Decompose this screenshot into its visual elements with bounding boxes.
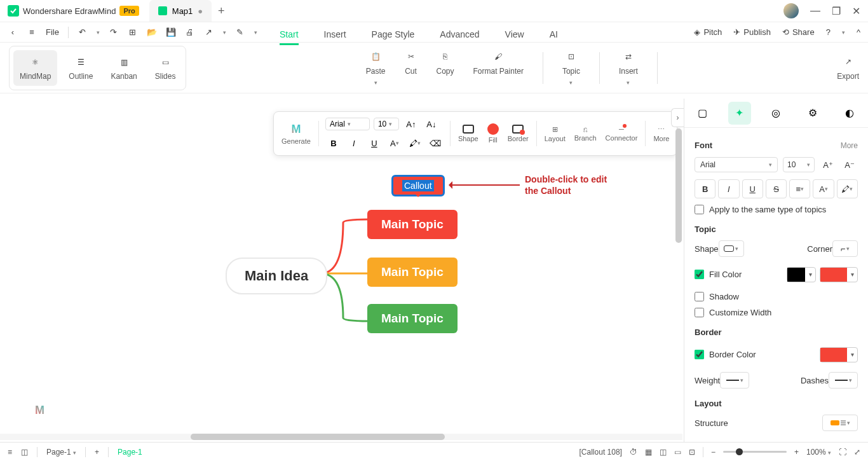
- view-icon-2[interactable]: ▭: [674, 448, 681, 457]
- panel-bold[interactable]: B: [695, 179, 715, 198]
- panel-underline[interactable]: U: [742, 179, 763, 198]
- topic-node-3[interactable]: Main Topic: [367, 304, 458, 333]
- panel-toggle[interactable]: ◫: [21, 448, 28, 457]
- structure-select[interactable]: ▾: [822, 415, 858, 431]
- font-size-select[interactable]: 10▾: [374, 118, 399, 130]
- panel-italic[interactable]: I: [718, 179, 739, 198]
- export-ribbon-button[interactable]: ↗Export: [837, 55, 859, 81]
- panel-decrease-font[interactable]: A⁻: [841, 156, 858, 173]
- copy-button[interactable]: ⎘Copy: [437, 50, 454, 86]
- font-family-select[interactable]: Arial▾: [325, 118, 370, 130]
- avatar[interactable]: [783, 3, 799, 18]
- fill-color-check[interactable]: Fill Color: [695, 270, 742, 279]
- callout-node[interactable]: Callout: [391, 175, 445, 196]
- topic-node-2[interactable]: Main Topic: [367, 258, 458, 287]
- panel-collapse-button[interactable]: ›: [671, 108, 684, 127]
- apply-same-check[interactable]: Apply to the same type of topics: [695, 205, 858, 214]
- panel-tab-settings[interactable]: ⚙: [801, 102, 824, 125]
- fill-color-select[interactable]: ▾: [820, 267, 858, 282]
- redo-button[interactable]: ↷: [109, 27, 119, 38]
- zoom-value[interactable]: 100% ▾: [806, 448, 831, 457]
- publish-button[interactable]: ✈Publish: [733, 27, 771, 37]
- panel-strike[interactable]: S: [766, 179, 787, 198]
- grid-icon[interactable]: ▦: [645, 448, 652, 457]
- menu-icon[interactable]: ≡: [27, 27, 37, 38]
- border-button[interactable]: Border: [504, 125, 532, 142]
- increase-font-button[interactable]: A↑: [403, 116, 419, 132]
- shadow-check[interactable]: Shadow: [695, 292, 858, 301]
- clear-format-button[interactable]: ⌫: [427, 135, 444, 151]
- save-button[interactable]: 💾: [166, 27, 176, 38]
- format-painter-button[interactable]: 🖌Format Painter: [473, 50, 524, 86]
- font-more[interactable]: More: [841, 141, 858, 150]
- paste-button[interactable]: 📋Paste▾: [366, 50, 386, 86]
- file-menu[interactable]: File: [46, 27, 59, 37]
- panel-font-size[interactable]: 10▾: [783, 157, 815, 172]
- active-page[interactable]: Page-1: [118, 448, 142, 457]
- shape-button[interactable]: Shape: [454, 125, 482, 142]
- tab-insert[interactable]: Insert: [324, 25, 346, 45]
- layout-button[interactable]: ⊞Layout: [541, 125, 569, 142]
- view-mindmap[interactable]: ⚛MindMap: [13, 50, 57, 86]
- panel-tab-style[interactable]: ✦: [728, 102, 751, 125]
- view-kanban[interactable]: ▥Kanban: [104, 50, 143, 86]
- collapse-ribbon-button[interactable]: ^: [857, 27, 860, 37]
- border-color-select[interactable]: ▾: [820, 347, 858, 362]
- focus-icon[interactable]: ⊡: [689, 448, 695, 457]
- tab-start[interactable]: Start: [280, 25, 299, 45]
- back-button[interactable]: ‹: [8, 27, 18, 38]
- weight-select[interactable]: ▾: [720, 372, 749, 389]
- insert-button[interactable]: ⇄Insert▾: [619, 50, 638, 86]
- font-color-button[interactable]: A▾: [386, 135, 403, 151]
- fit-icon[interactable]: ⛶: [839, 448, 846, 457]
- zoom-slider[interactable]: [723, 451, 787, 453]
- topic-button[interactable]: ⊡Topic▾: [562, 50, 580, 86]
- tab-view[interactable]: View: [505, 25, 524, 45]
- add-page-button[interactable]: +: [95, 448, 99, 457]
- export-button[interactable]: ↗: [204, 27, 214, 38]
- tab-page-style[interactable]: Page Style: [372, 25, 415, 45]
- new-tab-button[interactable]: +: [212, 4, 231, 18]
- panel-tab-outline[interactable]: ▢: [691, 102, 714, 125]
- panel-font-family[interactable]: Arial▾: [695, 157, 778, 172]
- panel-highlight[interactable]: 🖍▾: [837, 179, 858, 198]
- bold-button[interactable]: B: [325, 135, 342, 151]
- close-button[interactable]: ✕: [852, 5, 860, 17]
- panel-tab-history[interactable]: ◐: [838, 102, 861, 125]
- doc-tab[interactable]: Map1 ●: [149, 0, 212, 22]
- new-button[interactable]: ⊞: [128, 27, 138, 38]
- highlight-button[interactable]: 🖍▾: [407, 135, 423, 151]
- timer-icon[interactable]: ⏱: [630, 448, 637, 457]
- share-button[interactable]: ⟲Share: [782, 27, 815, 37]
- main-idea-node[interactable]: Main Idea: [226, 258, 327, 294]
- cut-button[interactable]: ✂Cut: [405, 50, 417, 86]
- fill-mode-select[interactable]: ▾: [787, 267, 816, 282]
- outline-toggle[interactable]: ≡: [8, 448, 12, 457]
- shape-select[interactable]: ▾: [719, 240, 744, 257]
- view-icon-1[interactable]: ◫: [660, 448, 667, 457]
- undo-button[interactable]: ↶: [78, 27, 88, 38]
- minimize-button[interactable]: —: [810, 5, 820, 17]
- fullscreen-icon[interactable]: ⤢: [854, 448, 860, 457]
- panel-tab-map[interactable]: ◎: [764, 102, 787, 125]
- maximize-button[interactable]: ❐: [832, 5, 841, 17]
- customize-width-check[interactable]: Customize Width: [695, 308, 858, 317]
- panel-font-color[interactable]: A▾: [813, 179, 834, 198]
- panel-align[interactable]: ≡▾: [789, 179, 810, 198]
- generate-button[interactable]: M Generate: [278, 123, 315, 145]
- branch-button[interactable]: ⎌Branch: [571, 125, 600, 142]
- more-button[interactable]: ⋯More: [649, 125, 673, 142]
- print-button[interactable]: 🖨: [185, 27, 195, 38]
- pitch-button[interactable]: ◈Pitch: [694, 27, 722, 37]
- corner-select[interactable]: ⌐▾: [832, 240, 858, 257]
- dashes-select[interactable]: ▾: [829, 372, 858, 389]
- fill-button[interactable]: Fill: [484, 123, 503, 144]
- border-color-check[interactable]: Border Color: [695, 350, 756, 359]
- italic-button[interactable]: I: [346, 135, 362, 151]
- zoom-out[interactable]: −: [711, 448, 715, 457]
- topic-node-1[interactable]: Main Topic: [367, 210, 458, 239]
- decrease-font-button[interactable]: A↓: [423, 116, 440, 132]
- edit-button[interactable]: ✎: [235, 27, 245, 38]
- horizontal-scrollbar[interactable]: [0, 434, 682, 440]
- page-select[interactable]: Page-1 ▾: [46, 448, 76, 457]
